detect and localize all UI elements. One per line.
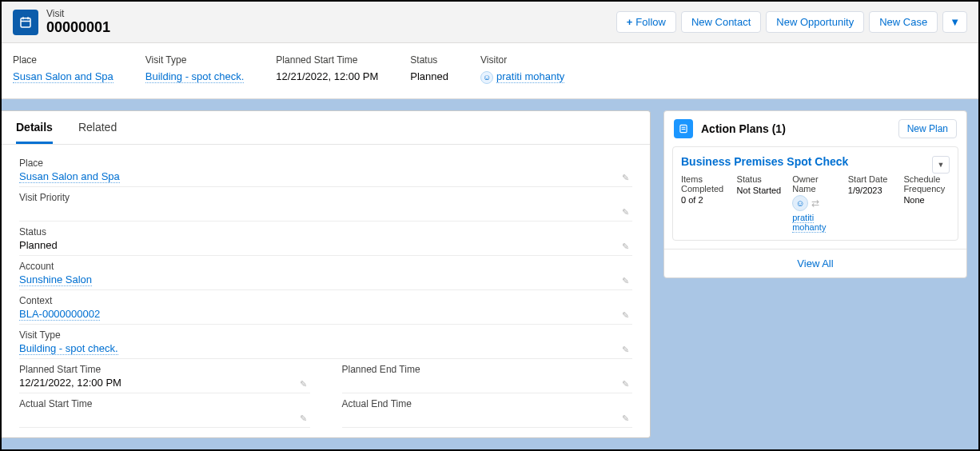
- edit-icon[interactable]: ✎: [622, 173, 629, 183]
- edit-icon[interactable]: ✎: [622, 276, 629, 286]
- visit-entity-icon: [13, 10, 38, 35]
- sidebar: Action Plans (1) New Plan Business Premi…: [663, 110, 967, 438]
- field-account-value[interactable]: Sunshine Salon: [19, 273, 92, 286]
- field-visit-priority: Visit Priority ✎: [19, 187, 632, 222]
- field-status-value: Planned: [19, 239, 632, 252]
- plan-schedule-label: Schedule Frequency: [903, 174, 950, 194]
- field-visit-priority-label: Visit Priority: [19, 192, 632, 203]
- field-planned-start-value: 12/21/2022, 12:00 PM: [19, 377, 310, 389]
- highlight-visitor: Visitor ☺pratiti mohanty: [480, 54, 564, 84]
- field-status: Status Planned ✎: [19, 222, 632, 256]
- field-place-value[interactable]: Susan Salon and Spa: [19, 170, 120, 183]
- field-account-label: Account: [19, 261, 632, 272]
- plan-menu-button[interactable]: ▼: [932, 156, 950, 174]
- field-place-label: Place: [19, 158, 632, 169]
- new-opportunity-button[interactable]: New Opportunity: [766, 11, 864, 33]
- new-plan-button[interactable]: New Plan: [898, 119, 957, 138]
- chevron-down-icon: ▼: [938, 161, 945, 169]
- plan-items-completed-value: 0 of 2: [681, 195, 727, 205]
- visitor-link[interactable]: pratiti mohanty: [496, 70, 564, 83]
- header-actions: +Follow New Contact New Opportunity New …: [616, 11, 967, 33]
- owner-avatar-icon: ☺: [792, 195, 808, 211]
- change-owner-icon[interactable]: ⇄: [811, 198, 819, 209]
- plan-start-date-label: Start Date: [848, 174, 894, 184]
- plan-owner-label: Owner Name: [792, 174, 839, 194]
- record-number: 00000001: [46, 19, 110, 36]
- record-title-block: Visit 00000001: [46, 8, 110, 36]
- highlights-panel: Place Susan Salon and Spa Visit Type Bui…: [2, 43, 978, 99]
- plan-start-date: Start Date 1/9/2023: [848, 174, 894, 232]
- field-visit-type: Visit Type Building - spot check. ✎: [19, 325, 632, 359]
- follow-button[interactable]: +Follow: [616, 11, 676, 33]
- field-planned-start-label: Planned Start Time: [19, 364, 310, 375]
- field-planned-end-label: Planned End Time: [342, 364, 633, 375]
- highlight-place: Place Susan Salon and Spa: [13, 54, 114, 84]
- highlight-status: Status Planned: [410, 54, 448, 84]
- action-plan-name-link[interactable]: Business Premises Spot Check: [681, 155, 932, 168]
- field-actual-end: Actual End Time ✎: [342, 393, 633, 428]
- place-link[interactable]: Susan Salon and Spa: [13, 70, 114, 83]
- plus-icon: +: [627, 16, 633, 28]
- more-actions-button[interactable]: ▼: [942, 11, 967, 33]
- new-contact-label: New Contact: [691, 16, 751, 28]
- new-contact-button[interactable]: New Contact: [681, 11, 761, 33]
- edit-icon[interactable]: ✎: [622, 413, 629, 424]
- tabs: Details Related: [2, 111, 650, 145]
- field-visit-type-label: Visit Type: [19, 329, 632, 341]
- highlight-planned-start-value: 12/21/2022, 12:00 PM: [276, 70, 378, 82]
- edit-icon[interactable]: ✎: [622, 379, 629, 389]
- field-actual-start-value: [19, 411, 310, 424]
- edit-icon[interactable]: ✎: [300, 379, 307, 389]
- visit-type-link[interactable]: Building - spot check.: [145, 70, 245, 83]
- details-body: Place Susan Salon and Spa ✎ Visit Priori…: [2, 145, 650, 436]
- visitor-avatar-icon: ☺: [480, 71, 493, 84]
- field-context: Context BLA-0000000002 ✎: [19, 290, 632, 325]
- highlight-visit-type-label: Visit Type: [145, 54, 245, 66]
- plan-schedule: Schedule Frequency None: [903, 174, 950, 232]
- new-plan-label: New Plan: [907, 123, 948, 134]
- field-visit-priority-value: [19, 205, 632, 218]
- field-planned-end: Planned End Time ✎: [342, 359, 633, 393]
- new-case-button[interactable]: New Case: [869, 11, 938, 33]
- new-opportunity-label: New Opportunity: [776, 16, 854, 28]
- field-context-value[interactable]: BLA-0000000002: [19, 308, 100, 321]
- action-plans-header: Action Plans (1) New Plan: [664, 111, 966, 146]
- field-status-label: Status: [19, 226, 632, 237]
- plan-items-completed-label: Items Completed: [681, 174, 727, 194]
- highlight-place-label: Place: [13, 54, 114, 66]
- action-plans-footer: View All: [664, 249, 966, 277]
- field-place: Place Susan Salon and Spa ✎: [19, 153, 632, 187]
- tab-details[interactable]: Details: [16, 121, 53, 144]
- edit-icon[interactable]: ✎: [622, 207, 629, 218]
- highlight-visit-type: Visit Type Building - spot check.: [145, 54, 245, 84]
- edit-icon[interactable]: ✎: [622, 345, 629, 355]
- field-actual-start-label: Actual Start Time: [19, 398, 310, 409]
- entity-label: Visit: [46, 8, 110, 19]
- svg-rect-0: [21, 18, 30, 26]
- field-visit-type-value[interactable]: Building - spot check.: [19, 342, 118, 355]
- field-actual-end-label: Actual End Time: [342, 398, 633, 409]
- action-plans-title: Action Plans (1): [701, 122, 786, 135]
- edit-icon[interactable]: ✎: [622, 241, 629, 252]
- record-header: Visit 00000001 +Follow New Contact New O…: [2, 2, 978, 43]
- action-plan-item: Business Premises Spot Check ▼ Items Com…: [672, 146, 958, 241]
- action-plans-card: Action Plans (1) New Plan Business Premi…: [663, 110, 967, 278]
- plan-status-value: Not Started: [737, 186, 783, 195]
- new-case-label: New Case: [879, 16, 927, 28]
- tab-related[interactable]: Related: [78, 121, 117, 144]
- chevron-down-icon: ▼: [950, 16, 960, 28]
- view-all-link[interactable]: View All: [797, 257, 833, 269]
- highlight-visitor-label: Visitor: [480, 54, 564, 66]
- field-actual-end-value: [342, 411, 633, 424]
- follow-label: Follow: [635, 16, 666, 28]
- body-area: Details Related Place Susan Salon and Sp…: [2, 99, 978, 449]
- plan-items-completed: Items Completed 0 of 2: [681, 174, 727, 232]
- details-panel: Details Related Place Susan Salon and Sp…: [2, 110, 651, 438]
- field-planned-start: Planned Start Time 12/21/2022, 12:00 PM …: [19, 359, 310, 393]
- edit-icon[interactable]: ✎: [622, 310, 629, 321]
- highlight-planned-start: Planned Start Time 12/21/2022, 12:00 PM: [276, 54, 378, 84]
- field-planned-end-value: [342, 377, 633, 389]
- plan-status-label: Status: [737, 174, 783, 184]
- edit-icon[interactable]: ✎: [300, 413, 307, 424]
- plan-owner-link[interactable]: pratiti mohanty: [792, 213, 826, 233]
